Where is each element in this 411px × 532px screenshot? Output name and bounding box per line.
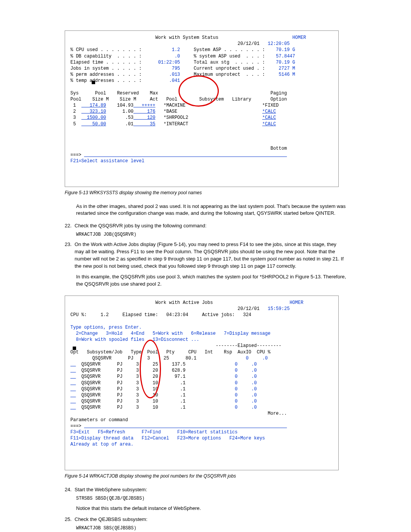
highlight-oval-pool-names (178, 75, 219, 107)
command-wrkactjob-sbs: WRKACTJOB SBS(QEJBSBS) (76, 526, 384, 531)
step-number: 22. (65, 222, 75, 230)
step-text: On the Work with Active Jobs display (Fi… (75, 241, 345, 270)
figure-caption-5-14: Figure 5-14 WRKACTJOB display showing th… (65, 473, 384, 479)
step-text: Start the WebSphere subsystem: (75, 486, 345, 494)
wrksyssts-display: Work with System Status HOMER 20/12/01 1… (65, 30, 339, 187)
step-text: Check the QEJBSBS subsystem: (75, 516, 345, 523)
command-wrkactjob-qsqsrvr: WRKACTJOB JOB(QSQSRVR) (76, 232, 384, 237)
step-25: 25.Check the QEJBSBS subsystem: (65, 516, 350, 523)
step-22: 22.Check the QSQSRVR jobs by using the f… (65, 222, 350, 230)
step-number: 23. (65, 241, 75, 248)
paragraph: Notice that this starts the default inst… (76, 505, 350, 512)
step-number: 24. (65, 486, 75, 494)
command-strsbs: STRSBS SBSD(QEJB/QEJBSBS) (76, 496, 384, 501)
step-text: Check the QSQSRVR jobs by using the foll… (75, 222, 345, 230)
cursor-marker (92, 81, 95, 84)
wrkactjob-display: Work with Active Jobs HOMER 20/12/01 15:… (65, 296, 339, 470)
paragraph: In this example, the QSQSRVR jobs use po… (76, 273, 350, 288)
paragraph: As in the other images, shared pool 2 wa… (76, 203, 350, 217)
step-23: 23.On the Work with Active Jobs display … (65, 241, 350, 270)
highlight-oval-pool-column (140, 340, 161, 398)
step-number: 25. (65, 516, 75, 523)
step-24: 24.Start the WebSphere subsystem: (65, 486, 350, 494)
cursor-marker (73, 347, 76, 350)
figure-caption-5-13: Figure 5-13 WRKSYSSTS display showing th… (65, 190, 384, 195)
